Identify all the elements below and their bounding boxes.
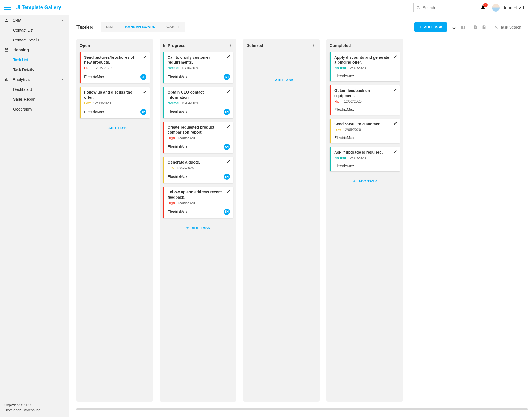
chevron-down-icon (61, 19, 64, 22)
column-menu-button[interactable] (229, 43, 233, 48)
footer-line1: Copyright © 2022 (4, 403, 64, 408)
task-search-input[interactable] (500, 25, 528, 29)
task-card[interactable]: Obtain CEO contact information.Normal12/… (163, 87, 233, 118)
nav-section-analytics[interactable]: Analytics (0, 75, 69, 84)
column-menu-button[interactable] (395, 43, 400, 48)
nav-item-contact-details[interactable]: Contact Details (0, 35, 69, 45)
edit-task-button[interactable] (143, 55, 147, 60)
task-card[interactable]: Send SWAG to customer.Low12/06/2020Elect… (330, 119, 400, 143)
nav-section-planning[interactable]: Planning (0, 45, 69, 55)
column-add-task-button[interactable]: ADD TASK (80, 122, 150, 132)
task-card[interactable]: Apply discounts and generate a binding o… (330, 52, 400, 81)
task-search[interactable] (495, 25, 528, 29)
edit-task-button[interactable] (393, 55, 397, 60)
nav-item-contact-list[interactable]: Contact List (0, 25, 69, 35)
refresh-button[interactable] (450, 23, 458, 31)
main: Tasks LISTKANBAN BOARDGANTT ADD TASK O (69, 15, 532, 417)
import-icon (482, 25, 486, 29)
column-menu-button[interactable] (312, 43, 316, 48)
edit-task-button[interactable] (393, 150, 397, 154)
task-priority: Normal (168, 101, 179, 105)
svg-point-0 (147, 44, 147, 44)
task-card[interactable]: Generate a quote.Low12/03/2020ElectrixMa… (163, 157, 233, 183)
import-button[interactable] (480, 23, 488, 31)
notifications-button[interactable]: 4 (480, 5, 485, 10)
column-add-task-button[interactable]: ADD TASK (330, 175, 400, 185)
edit-task-button[interactable] (227, 125, 230, 129)
chevron-down-icon (61, 78, 64, 81)
tab-gantt[interactable]: GANTT (161, 22, 185, 32)
export-button[interactable] (471, 23, 479, 31)
search-icon (416, 5, 421, 10)
nav-item-geography[interactable]: Geography (0, 104, 69, 114)
task-card[interactable]: Create requested product comparison repo… (163, 122, 233, 153)
menu-toggle-button[interactable] (4, 4, 11, 11)
edit-task-button[interactable] (227, 190, 230, 194)
tab-kanban-board[interactable]: KANBAN BOARD (120, 22, 161, 32)
task-date: 12/06/2020 (343, 128, 361, 132)
task-assignee-badge: SH (140, 74, 146, 80)
more-vert-icon (312, 44, 315, 47)
task-priority: Normal (334, 66, 346, 70)
task-card[interactable]: Send pictures/brochures of new products.… (80, 52, 150, 83)
task-assignee-badge: SH (224, 174, 230, 180)
task-card[interactable]: Obtain feedback on equipment.High12/02/2… (330, 85, 400, 115)
nav-item-sales-report[interactable]: Sales Report (0, 94, 69, 104)
column-menu-button[interactable] (145, 43, 150, 48)
nav-section-crm[interactable]: CRM (0, 15, 69, 25)
refresh-icon (452, 25, 456, 29)
task-title: Follow up and address recent feedback. (168, 190, 230, 199)
pencil-icon (393, 150, 397, 154)
task-assignee-badge: SH (224, 74, 230, 80)
task-title: Obtain feedback on equipment. (334, 88, 397, 98)
task-title: Call to clarify customer requirements. (168, 55, 230, 65)
task-assignee-badge: SH (224, 109, 230, 115)
column-add-task-label: ADD TASK (358, 179, 377, 183)
task-company: ElectrixMax (334, 164, 397, 168)
global-search-input[interactable] (423, 5, 472, 10)
user-menu[interactable]: John Heart (492, 4, 524, 12)
edit-task-button[interactable] (393, 88, 397, 93)
add-task-button[interactable]: ADD TASK (414, 22, 447, 32)
task-date: 12/02/2020 (344, 99, 362, 103)
svg-point-1 (147, 45, 147, 46)
task-card[interactable]: Follow up and discuss the offer.Low12/09… (80, 87, 150, 118)
nav-item-task-list[interactable]: Task List (0, 55, 69, 65)
nav-item-task-details[interactable]: Task Details (0, 65, 69, 75)
user-name: John Heart (503, 5, 524, 10)
task-priority: Normal (168, 66, 179, 70)
svg-point-4 (230, 45, 231, 46)
task-title: Ask if upgrade is required. (334, 150, 397, 155)
column-add-task-button[interactable]: ADD TASK (163, 222, 233, 232)
column-chooser-button[interactable] (459, 23, 467, 31)
tab-list[interactable]: LIST (101, 22, 120, 32)
avatar (492, 4, 500, 12)
more-vert-icon (395, 44, 399, 47)
edit-task-button[interactable] (227, 55, 230, 60)
task-title: Send SWAG to customer. (334, 122, 397, 126)
task-date: 12/09/2020 (93, 101, 111, 105)
task-company: ElectrixMax (334, 136, 397, 140)
task-title: Obtain CEO contact information. (168, 90, 230, 100)
task-company: ElectrixMax (334, 107, 397, 112)
plus-icon (269, 78, 273, 82)
global-search[interactable] (413, 3, 475, 12)
svg-point-7 (313, 45, 314, 46)
task-card[interactable]: Call to clarify customer requirements.No… (163, 52, 233, 83)
task-card[interactable]: Ask if upgrade is required.Normal12/01/2… (330, 147, 400, 171)
more-vert-icon (229, 44, 232, 47)
edit-task-button[interactable] (227, 160, 230, 164)
kanban-board: OpenSend pictures/brochures of new produ… (72, 39, 532, 408)
column-add-task-button[interactable]: ADD TASK (246, 74, 316, 84)
edit-task-button[interactable] (227, 90, 230, 94)
nav-item-dashboard[interactable]: Dashboard (0, 84, 69, 94)
edit-task-button[interactable] (143, 90, 147, 94)
horizontal-scrollbar[interactable] (76, 408, 528, 410)
nav-section-label: Planning (13, 48, 61, 52)
task-card[interactable]: Follow up and address recent feedback.Hi… (163, 187, 233, 218)
edit-task-button[interactable] (393, 122, 397, 126)
plus-icon (186, 226, 189, 230)
plus-icon (352, 179, 356, 183)
column-title: Open (80, 43, 145, 48)
pencil-icon (143, 55, 147, 59)
